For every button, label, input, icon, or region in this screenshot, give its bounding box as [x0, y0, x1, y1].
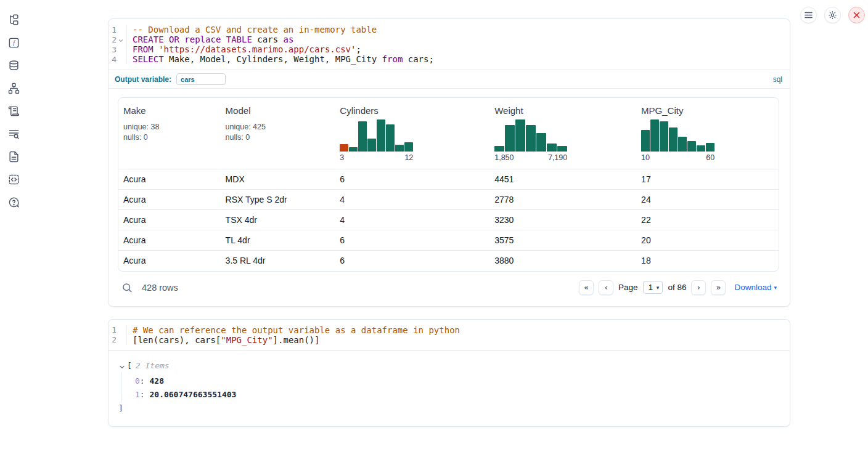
search-icon[interactable]	[121, 282, 133, 293]
histogram-bar[interactable]	[377, 119, 385, 152]
functions-icon[interactable]: f	[8, 37, 20, 49]
table-row[interactable]: AcuraMDX6445117	[118, 169, 779, 190]
code-token: Make, Model, Cylinders, Weight, MPG_City	[164, 54, 382, 64]
sql-code-editor[interactable]: 1-- Download a CSV and create an in-memo…	[108, 19, 790, 70]
column-header-mpg_city[interactable]: MPG_City1060	[636, 98, 779, 169]
output-variable-input[interactable]	[176, 73, 226, 85]
previous-page-button[interactable]: ‹	[599, 280, 613, 295]
logs-search-icon[interactable]	[8, 128, 20, 140]
histogram-bar[interactable]	[547, 144, 557, 152]
histogram-bars	[641, 119, 714, 152]
code-token: SELECT	[133, 54, 164, 64]
table-cell: 3230	[489, 210, 636, 230]
stat-line: nulls: 0	[123, 132, 216, 143]
column-name: Weight	[494, 105, 631, 116]
snippets-icon[interactable]	[8, 174, 20, 185]
output-variable-row: Output variable: sql	[108, 70, 790, 88]
tree-colon: :	[140, 376, 150, 386]
tree-collapse-icon[interactable]	[118, 362, 126, 370]
histogram-bar[interactable]	[669, 127, 678, 152]
histogram-bar[interactable]	[557, 146, 567, 152]
histogram-bar[interactable]	[340, 144, 348, 152]
column-header-make[interactable]: Makeunique: 38nulls: 0	[118, 98, 221, 169]
menu-button[interactable]	[800, 7, 817, 23]
download-label: Download	[734, 283, 771, 292]
histogram-bar[interactable]	[395, 145, 404, 152]
histogram-bar[interactable]	[505, 125, 515, 152]
column-stats: unique: 425nulls: 0	[226, 122, 330, 143]
code-text: FROM 'https://datasets.marimo.app/cars.c…	[127, 44, 361, 54]
column-histogram: 312	[340, 119, 413, 162]
code-token	[221, 34, 226, 44]
chevron-down-icon: ▾	[657, 285, 660, 291]
column-stats: unique: 38nulls: 0	[123, 122, 216, 143]
first-page-button[interactable]: «	[579, 280, 594, 295]
table-row[interactable]: AcuraRSX Type S 2dr4277824	[118, 190, 779, 210]
code-token: replace	[184, 34, 221, 44]
table-cell: Acura	[118, 210, 221, 230]
column-histogram: 1,8507,190	[494, 119, 567, 162]
histogram-bar[interactable]	[641, 130, 650, 152]
histogram-bar[interactable]	[494, 146, 504, 152]
histogram-bar[interactable]	[367, 139, 376, 152]
histogram-axis: 1,8507,190	[494, 153, 567, 162]
tree-colon: :	[140, 390, 150, 399]
stat-line: nulls: 0	[226, 132, 330, 143]
page-select-value: 1	[649, 283, 653, 292]
code-token: as	[284, 34, 294, 44]
line-number-gutter: 2	[108, 335, 127, 345]
fold-chevron-icon[interactable]	[118, 36, 124, 42]
code-line: 3FROM 'https://datasets.marimo.app/cars.…	[108, 44, 790, 54]
page-select[interactable]: 1 ▾	[643, 281, 663, 294]
histogram-bar[interactable]	[349, 147, 358, 152]
close-button[interactable]	[848, 7, 865, 23]
histogram-bar[interactable]	[526, 125, 536, 152]
help-icon[interactable]	[8, 196, 20, 208]
column-name: Model	[226, 105, 330, 116]
code-text: # We can reference the output variable a…	[127, 325, 460, 335]
python-code-editor[interactable]: 1# We can reference the output variable …	[108, 320, 790, 350]
histogram-axis: 312	[340, 153, 413, 162]
axis-label: 7,190	[548, 153, 567, 162]
table-cell: 3880	[489, 251, 636, 271]
histogram-bar[interactable]	[358, 121, 367, 152]
line-number: 1	[112, 25, 117, 34]
tree-entry: 1: 20.060747663551403	[135, 388, 780, 402]
histogram-bar[interactable]	[515, 119, 525, 152]
column-name: Cylinders	[340, 105, 485, 116]
documentation-icon[interactable]	[8, 151, 20, 163]
tree-entry: 0: 428	[135, 374, 780, 388]
histogram-bar[interactable]	[404, 142, 413, 152]
dependency-graph-icon[interactable]	[8, 83, 20, 94]
table-row[interactable]: AcuraTSX 4dr4323022	[118, 210, 779, 230]
histogram-bar[interactable]	[687, 141, 696, 152]
column-header-cylinders[interactable]: Cylinders312	[335, 98, 489, 169]
next-page-button[interactable]: ›	[691, 280, 706, 295]
histogram-axis: 1060	[641, 153, 714, 162]
column-name: MPG_City	[641, 105, 774, 116]
download-button[interactable]: Download ▾	[734, 283, 777, 292]
table-row[interactable]: AcuraTL 4dr6357520	[118, 230, 779, 251]
code-token: cars	[252, 34, 284, 44]
histogram-bar[interactable]	[536, 133, 546, 152]
table-row[interactable]: Acura3.5 RL 4dr6388018	[118, 251, 779, 271]
code-token	[164, 34, 169, 44]
histogram-bar[interactable]	[386, 124, 395, 152]
axis-label: 1,850	[494, 153, 514, 162]
code-text: [len(cars), cars["MPG_City"].mean()]	[127, 335, 319, 345]
database-icon[interactable]	[8, 60, 20, 71]
table-cell: 20	[636, 230, 779, 251]
last-page-button[interactable]: »	[711, 280, 726, 295]
histogram-bar[interactable]	[650, 119, 659, 152]
histogram-bar[interactable]	[660, 121, 668, 152]
histogram-bar[interactable]	[678, 137, 687, 152]
file-tree-icon[interactable]	[8, 14, 20, 26]
column-header-weight[interactable]: Weight1,8507,190	[489, 98, 636, 169]
scratchpad-icon[interactable]	[8, 105, 20, 117]
histogram-bar[interactable]	[706, 143, 714, 152]
code-line: 2CREATE OR replace TABLE cars as	[108, 34, 790, 44]
line-number-gutter: 4	[108, 54, 127, 64]
histogram-bar[interactable]	[697, 145, 705, 152]
settings-button[interactable]	[824, 7, 841, 23]
column-header-model[interactable]: Modelunique: 425nulls: 0	[221, 98, 335, 169]
